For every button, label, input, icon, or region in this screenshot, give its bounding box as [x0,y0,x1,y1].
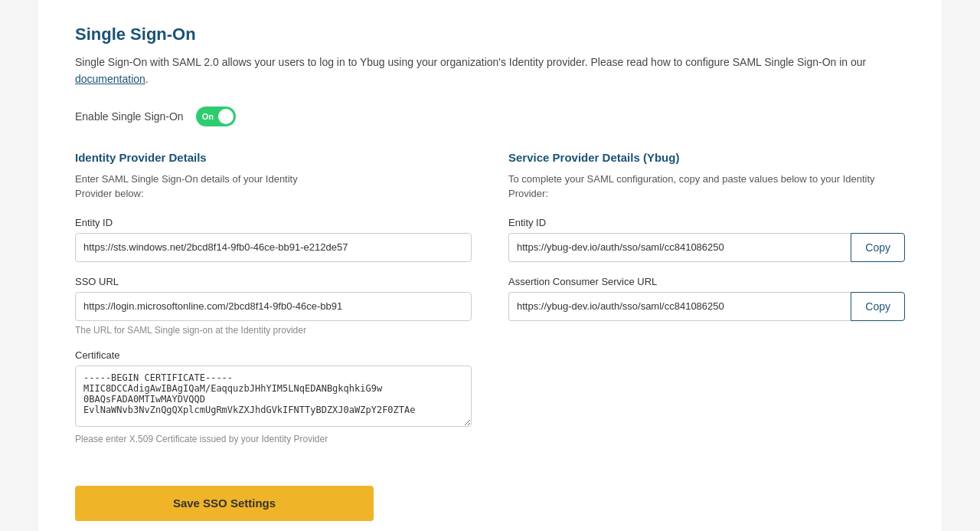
sp-entity-id-row: Copy [508,233,905,262]
page-description: Single Sign-On with SAML 2.0 allows your… [75,54,905,88]
sso-url-field-group: SSO URL The URL for SAML Single sign-on … [75,276,472,336]
identity-provider-title: Identity Provider Details [75,151,472,164]
sp-entity-id-label: Entity ID [508,217,905,228]
certificate-textarea[interactable] [75,365,472,427]
certificate-hint: Please enter X.509 Certificate issued by… [75,434,472,444]
documentation-link[interactable]: documentation [75,73,145,85]
sp-entity-id-field-group: Entity ID Copy [508,217,905,262]
copy-acs-url-button[interactable]: Copy [851,292,905,321]
acs-url-label: Assertion Consumer Service URL [508,276,905,287]
sso-url-input[interactable] [75,292,472,321]
toggle-label: Enable Single Sign-On [75,110,184,123]
sso-url-label: SSO URL [75,276,472,287]
sso-url-hint: The URL for SAML Single sign-on at the I… [75,325,472,336]
certificate-label: Certificate [75,349,472,361]
entity-id-field-group: Entity ID [75,217,472,262]
certificate-field-group: Certificate Please enter X.509 Certifica… [75,349,472,444]
acs-url-input[interactable] [508,292,851,321]
copy-entity-id-button[interactable]: Copy [851,233,905,262]
service-provider-section: Service Provider Details (Ybug) To compl… [508,151,905,521]
page-title: Single Sign-On [75,25,905,44]
identity-provider-section: Identity Provider Details Enter SAML Sin… [75,151,472,521]
entity-id-label: Entity ID [75,217,472,228]
toggle-row: Enable Single Sign-On On [75,107,905,126]
toggle-state-text: On [202,112,214,121]
description-text-2: . [145,73,149,85]
two-column-layout: Identity Provider Details Enter SAML Sin… [75,151,905,521]
enable-sso-toggle[interactable]: On [196,107,236,126]
identity-provider-desc: Enter SAML Single Sign-On details of you… [75,172,472,202]
acs-url-row: Copy [508,292,905,321]
sp-entity-id-input[interactable] [508,233,851,262]
idp-desc-line1: Enter SAML Single Sign-On details of you… [75,173,298,185]
service-provider-desc: To complete your SAML configuration, cop… [508,172,905,202]
toggle-knob [218,109,234,124]
entity-id-input[interactable] [75,233,472,262]
service-provider-title: Service Provider Details (Ybug) [508,151,905,164]
save-sso-button[interactable]: Save SSO Settings [75,486,374,521]
idp-desc-line2: Provider below: [75,188,144,199]
description-text-1: Single Sign-On with SAML 2.0 allows your… [75,56,866,68]
page-wrapper: Single Sign-On Single Sign-On with SAML … [38,0,942,531]
acs-url-field-group: Assertion Consumer Service URL Copy [508,276,905,321]
